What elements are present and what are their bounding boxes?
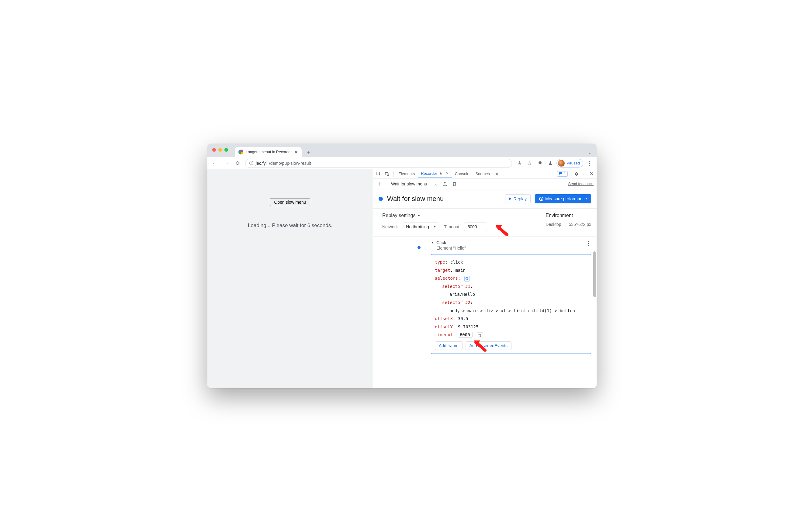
reload-button[interactable]: ⟳ [233, 159, 242, 168]
recording-title: Wait for slow menu [387, 195, 501, 203]
open-slow-menu-button[interactable]: Open slow menu [270, 198, 310, 206]
settings-icon[interactable] [573, 171, 580, 177]
maximize-window-icon[interactable] [224, 148, 228, 152]
browser-toolbar: ← → ⟳ ⓘ jec.fyi/demo/pup-slow-result ☆ P… [207, 157, 597, 169]
prop-val-target[interactable]: main [455, 268, 466, 273]
issues-chip[interactable]: 1 [557, 171, 568, 177]
measure-performance-button[interactable]: Measure performance [535, 194, 591, 203]
environment-section: Environment Desktop 535×622 px [545, 213, 591, 231]
devtools-tabbar: Elements Recorder ✕ Console Sources » 1 [373, 169, 597, 178]
recording-dropdown-icon[interactable]: ⌄ [434, 182, 438, 186]
new-recording-button[interactable]: ＋ [376, 180, 382, 188]
step-menu-icon[interactable]: ⋮ [586, 240, 591, 247]
scrollbar-thumb[interactable] [593, 251, 596, 297]
tab-sources[interactable]: Sources [472, 169, 493, 178]
scrollbar[interactable] [592, 215, 597, 306]
prop-key-type: type [435, 260, 445, 265]
timeout-input[interactable]: 5000 [464, 223, 487, 231]
prop-key-selectors: selectors [435, 276, 458, 281]
replay-settings-section: Replay settings ▼ Network No throttling … [373, 209, 597, 237]
tabs-overflow-icon[interactable]: ⌄ [588, 150, 592, 155]
gauge-icon [539, 197, 543, 201]
inspect-element-icon[interactable] [373, 169, 383, 178]
beaker-icon [439, 171, 443, 176]
tab-recorder[interactable]: Recorder ✕ [418, 169, 452, 178]
prop-key-sel1: selector #1 [442, 284, 470, 289]
favicon-icon [238, 150, 243, 154]
page-viewport: Open slow menu Loading... Please wait fo… [207, 169, 373, 388]
send-feedback-link[interactable]: Send feedback [568, 182, 594, 186]
recording-indicator-icon [379, 197, 383, 201]
prop-val-type[interactable]: click [450, 260, 463, 265]
tab-elements[interactable]: Elements [395, 169, 418, 178]
back-button[interactable]: ← [210, 159, 219, 168]
prop-val-sel1[interactable]: aria/Hello [449, 292, 475, 297]
prop-val-offsety[interactable]: 9.703125 [458, 324, 478, 329]
profile-chip[interactable]: Paused [557, 159, 583, 168]
profile-label: Paused [566, 161, 580, 165]
prop-key-target: target [435, 268, 450, 273]
timeline-line [419, 237, 419, 247]
prop-key-timeout: timeout [435, 332, 453, 337]
tabs-overflow-icon[interactable]: » [493, 169, 501, 178]
content-area: Open slow menu Loading... Please wait fo… [207, 169, 597, 388]
forward-button: → [222, 159, 230, 168]
step-click: ▼ Click Element "Hello" ⋮ type: click ta… [431, 240, 591, 354]
environment-device: Desktop [545, 222, 561, 227]
step-header[interactable]: ▼ Click [431, 240, 591, 245]
selector-picker-button[interactable] [464, 276, 470, 282]
close-window-icon[interactable] [212, 148, 216, 152]
browser-tab[interactable]: Longer timeout in Recorder ✕ [235, 147, 302, 157]
close-devtools-icon[interactable]: ✕ [588, 170, 595, 178]
loading-text: Loading... Please wait for 6 seconds. [248, 223, 332, 229]
close-panel-icon[interactable]: ✕ [446, 171, 449, 176]
network-label: Network [382, 224, 398, 229]
device-mode-icon[interactable] [383, 169, 391, 178]
add-asserted-events-button[interactable]: Add assertedEvents [466, 341, 511, 350]
step-subtitle: Element "Hello" [436, 246, 591, 250]
prop-key-sel2: selector #2 [442, 300, 470, 305]
prop-val-offsetx[interactable]: 30.5 [458, 316, 468, 321]
network-throttling-select[interactable]: No throttling [403, 223, 439, 231]
timeline-dot-icon [417, 246, 420, 249]
prop-key-offsety: offsetY [435, 324, 453, 329]
issues-count: 1 [564, 172, 566, 176]
toolbar-right: ☆ Paused ⋮ [515, 159, 594, 168]
delete-timeout-icon[interactable] [477, 332, 483, 338]
chrome-tabstrip: Longer timeout in Recorder ✕ ＋ ⌄ [207, 144, 597, 157]
collapse-icon: ▼ [417, 214, 420, 217]
bookmark-icon[interactable]: ☆ [525, 159, 534, 168]
close-tab-icon[interactable]: ✕ [294, 149, 298, 155]
extensions-icon[interactable] [536, 159, 544, 168]
step-title: Click [436, 240, 446, 245]
timeout-label: Timeout [444, 224, 459, 229]
tab-console[interactable]: Console [452, 169, 472, 178]
add-frame-button[interactable]: Add frame [435, 341, 463, 350]
steps-area: ▼ Click Element "Hello" ⋮ type: click ta… [373, 237, 597, 388]
svg-rect-3 [387, 173, 389, 175]
delete-recording-icon[interactable] [452, 180, 457, 188]
experiments-icon[interactable] [546, 159, 555, 168]
prop-key-offsetx: offsetX [435, 316, 453, 321]
export-icon[interactable] [442, 180, 448, 188]
minimize-window-icon[interactable] [218, 148, 222, 152]
prop-val-sel2[interactable]: body > main > div > ul > li:nth-child(1)… [449, 308, 575, 313]
replay-settings-title[interactable]: Replay settings ▼ [382, 213, 545, 218]
browser-window: Longer timeout in Recorder ✕ ＋ ⌄ ← → ⟳ ⓘ… [207, 144, 597, 388]
url-host: jec.fyi [256, 161, 267, 166]
url-path: /demo/pup-slow-result [269, 161, 311, 166]
avatar [558, 160, 565, 167]
site-info-icon[interactable]: ⓘ [249, 160, 253, 166]
share-icon[interactable] [515, 159, 524, 168]
new-tab-button[interactable]: ＋ [304, 148, 313, 156]
step-timeout-input[interactable] [458, 332, 472, 338]
chrome-menu-icon[interactable]: ⋮ [585, 159, 594, 168]
replay-button[interactable]: Replay [505, 194, 531, 203]
step-detail-panel: type: click target: main selectors: sele… [431, 254, 591, 354]
window-controls [212, 148, 228, 152]
expand-icon: ▼ [431, 241, 434, 244]
devtools-menu-icon[interactable]: ⋮ [581, 170, 587, 178]
address-bar[interactable]: ⓘ jec.fyi/demo/pup-slow-result [245, 159, 512, 168]
devtools-panel: Elements Recorder ✕ Console Sources » 1 [373, 169, 597, 388]
tab-title: Longer timeout in Recorder [246, 150, 292, 154]
